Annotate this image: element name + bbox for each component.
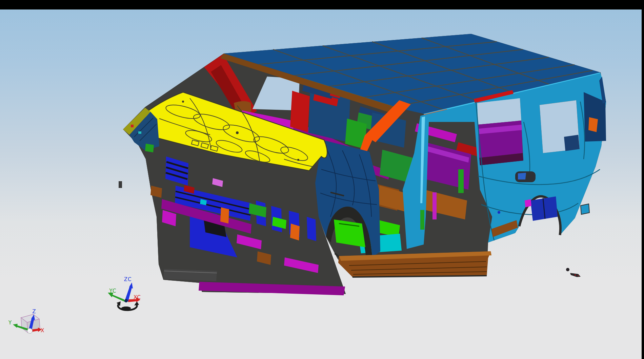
view-y-label: Y: [8, 320, 12, 326]
view-x-label: X: [41, 328, 44, 334]
rear-bracket-tab: [581, 204, 589, 214]
wcs-x-label: XC: [134, 294, 141, 300]
debris-parts[interactable]: [566, 268, 581, 277]
application-window: ZC YC XC Z Y X: [0, 0, 644, 359]
top-black-bar: [0, 0, 644, 9]
view-z-label: Z: [32, 309, 36, 315]
view-triad[interactable]: Z Y X: [8, 309, 44, 334]
wcs-y-label: YC: [109, 288, 117, 294]
liftgate-bracket: [588, 117, 598, 132]
right-black-bar: [642, 0, 644, 359]
wcs-triad[interactable]: ZC YC XC: [108, 276, 141, 310]
door-handle-pocket[interactable]: [515, 171, 536, 182]
graphics-viewport[interactable]: ZC YC XC Z Y X: [0, 0, 644, 359]
wcs-z-label: ZC: [124, 276, 132, 282]
dash-brace-red: [290, 91, 310, 132]
car-model[interactable]: [119, 34, 606, 295]
